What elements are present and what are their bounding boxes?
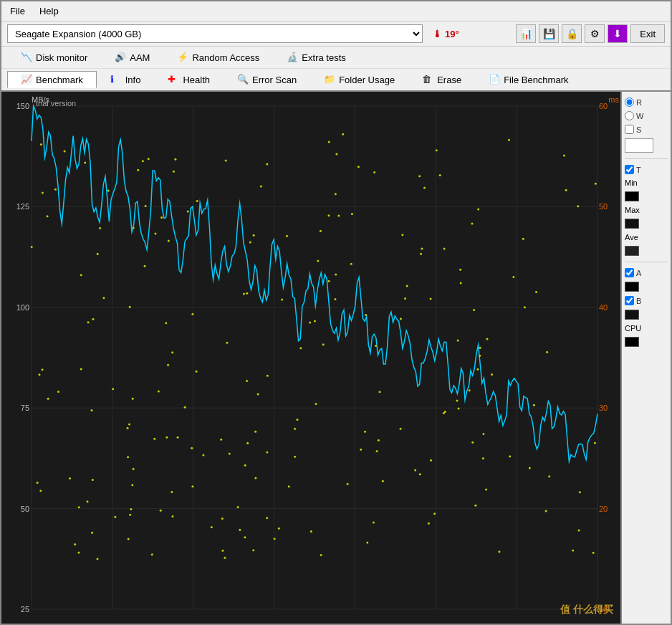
radio-w[interactable]: W [625,111,668,120]
max-label: Max [625,206,668,214]
nav-benchmark[interactable]: 📈 Benchmark [7,71,97,88]
checkbox-b[interactable]: B [625,296,668,305]
min-color-block [625,191,639,201]
aam-icon: 🔊 [115,52,126,63]
toolbar-icons: 📊 💾 🔒 ⚙ ⬇ Exit [516,24,665,43]
nav-extra-tests[interactable]: 🔬 Extra tests [273,49,359,66]
error-scan-icon: 🔍 [237,74,249,85]
nav-aam[interactable]: 🔊 AAM [101,49,163,66]
a-color-block [625,282,639,292]
checkbox-b-label: B [636,297,641,305]
checkbox-t-label: T [636,166,641,174]
checkbox-s-label: S [636,125,641,134]
thermometer-icon: 🌡 [433,29,442,39]
nav-health[interactable]: ✚ Health [154,71,224,88]
file-benchmark-icon: 📄 [489,74,500,85]
nav-disk-monitor[interactable]: 📉 Disk monitor [7,49,101,66]
nav-error-scan[interactable]: 🔍 Error Scan [224,71,310,88]
toolbar-btn-save[interactable]: 💾 [539,24,559,43]
side-input-value[interactable]: 40 [625,138,653,153]
nav-row2: 📈 Benchmark ℹ Info ✚ Health 🔍 Error Scan… [1,69,671,92]
side-divider-2 [625,262,668,262]
checkbox-a[interactable]: A [625,268,668,277]
app-window: File Help Seagate Expansion (4000 GB) 🌡 … [0,0,672,625]
info-icon: ℹ [110,74,122,85]
temperature-value: 19° [445,29,459,39]
nav-folder-usage[interactable]: 📁 Folder Usage [310,71,408,88]
min-label: Min [625,178,668,187]
radio-w-label: W [636,112,643,120]
side-divider-1 [625,158,668,159]
radio-r[interactable]: R [625,97,668,107]
extra-tests-icon: 🔬 [287,52,298,63]
side-panel: R W S 40 T Min Max Ave [620,92,671,624]
cpu-label: CPU [625,324,668,333]
menu-file[interactable]: File [7,4,28,18]
random-access-icon: ⚡ [177,52,188,63]
folder-usage-icon: 📁 [324,74,335,85]
ave-label: Ave [625,233,668,242]
b-color-block [625,310,639,320]
nav-row1: 📉 Disk monitor 🔊 AAM ⚡ Random Access 🔬 E… [1,47,671,69]
checkbox-s[interactable]: S [625,125,668,134]
exit-button[interactable]: Exit [630,24,665,43]
benchmark-chart [1,92,620,624]
chart-container: trial version 值 什么得买 R W S 40 T Min [1,92,671,624]
toolbar: Seagate Expansion (4000 GB) 🌡 19° 📊 💾 🔒 … [1,22,671,47]
radio-r-label: R [636,98,642,107]
nav-random-access[interactable]: ⚡ Random Access [163,49,273,66]
max-color-block [625,219,639,229]
drive-select[interactable]: Seagate Expansion (4000 GB) [7,24,423,43]
cpu-color-block [625,337,639,347]
checkbox-a-label: A [636,269,641,277]
toolbar-btn-download[interactable]: ⬇ [608,24,628,43]
nav-info[interactable]: ℹ Info [97,71,155,88]
disk-monitor-icon: 📉 [21,52,32,63]
nav-erase[interactable]: 🗑 Erase [408,71,475,88]
menu-help[interactable]: Help [37,4,62,18]
checkbox-t[interactable]: T [625,165,668,174]
nav-file-benchmark[interactable]: 📄 File Benchmark [475,71,582,88]
benchmark-icon: 📈 [21,74,32,85]
toolbar-btn-lock[interactable]: 🔒 [562,24,582,43]
temperature-display: 🌡 19° [433,29,459,39]
ave-color-block [625,246,639,256]
toolbar-btn-chart[interactable]: 📊 [516,24,536,43]
erase-icon: 🗑 [422,74,433,85]
health-icon: ✚ [168,74,179,85]
chart-main: trial version 值 什么得买 [1,92,620,624]
toolbar-btn-settings[interactable]: ⚙ [585,24,605,43]
menu-bar: File Help [1,1,671,22]
